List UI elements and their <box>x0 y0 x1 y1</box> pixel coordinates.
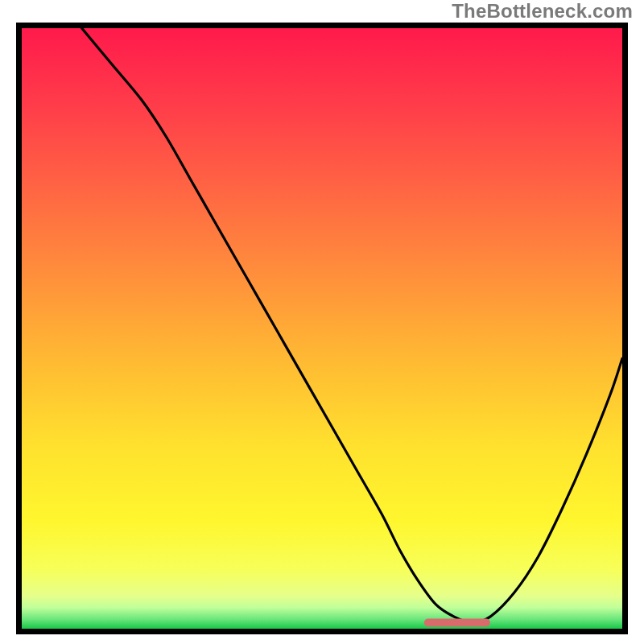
chart-svg <box>22 28 622 629</box>
optimum-marker <box>424 619 490 627</box>
chart-frame <box>16 23 628 634</box>
gradient-background <box>22 28 622 629</box>
watermark-text: TheBottleneck.com <box>452 0 633 23</box>
chart-area <box>22 28 622 629</box>
